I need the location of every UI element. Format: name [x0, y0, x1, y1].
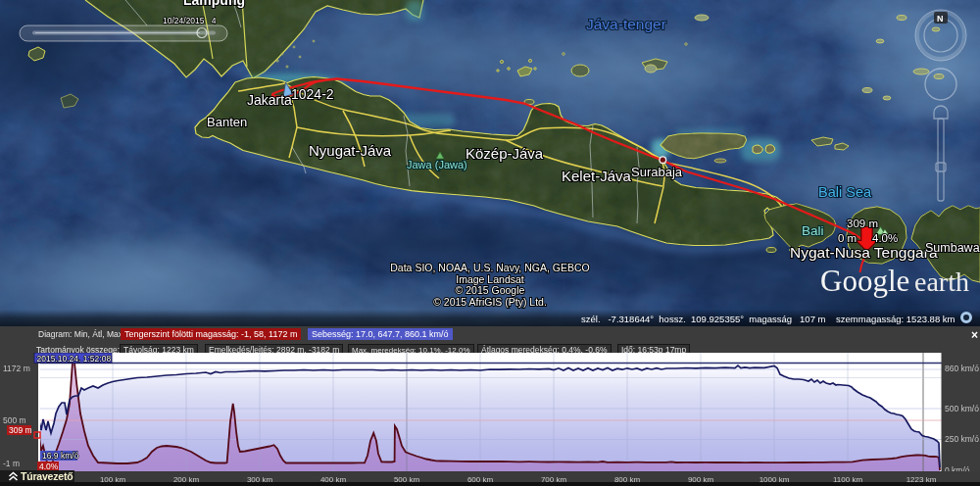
svg-text:Lampung: Lampung	[183, 0, 245, 8]
svg-text:Bali Sea: Bali Sea	[818, 184, 872, 200]
svg-text:16.9 km/ó: 16.9 km/ó	[42, 451, 79, 461]
svg-text:4.0%: 4.0%	[872, 232, 898, 244]
svg-text:Jawa (Jawa): Jawa (Jawa)	[407, 159, 467, 170]
svg-text:Jáva-tenger: Jáva-tenger	[586, 16, 666, 32]
svg-text:1024-2: 1024-2	[291, 86, 334, 102]
svg-text:Surabaja: Surabaja	[631, 165, 683, 179]
svg-text:Nygat-Nusa Tenggara: Nygat-Nusa Tenggara	[790, 244, 938, 261]
svg-text:earth: earth	[914, 267, 969, 297]
svg-text:0 m: 0 m	[838, 232, 857, 244]
svg-text:2015.10.24. 1:52:08: 2015.10.24. 1:52:08	[37, 354, 112, 364]
svg-text:-1 m: -1 m	[3, 459, 20, 468]
svg-text:Banten: Banten	[207, 115, 247, 129]
svg-text:© 2015 Google: © 2015 Google	[456, 284, 525, 296]
svg-text:szél. -7.318644° hossz. 10: szél. -7.318644° hossz. 109.925355° maga…	[581, 314, 956, 324]
svg-text:N: N	[937, 14, 944, 24]
svg-text:860 km/ó: 860 km/ó	[945, 364, 979, 373]
svg-text:309 m: 309 m	[847, 218, 878, 229]
svg-text:Közép-Jáva: Közép-Jáva	[466, 145, 544, 162]
svg-text:500 m: 500 m	[3, 415, 26, 425]
svg-text:Google: Google	[820, 264, 909, 298]
svg-text:© 2015 AfriGIS (Pty) Ltd.: © 2015 AfriGIS (Pty) Ltd.	[433, 296, 547, 308]
svg-text:Sumbawa: Sumbawa	[925, 241, 980, 255]
svg-text:Nyugat-Jáva: Nyugat-Jáva	[309, 142, 392, 159]
svg-text:Jakarta: Jakarta	[247, 92, 292, 108]
svg-text:Kelet-Jáva: Kelet-Jáva	[562, 168, 632, 184]
svg-text:1172 m: 1172 m	[3, 364, 30, 373]
svg-text:Data SIO, NOAA, U.S. Navy, NGA: Data SIO, NOAA, U.S. Navy, NGA, GEBCO	[390, 262, 589, 273]
svg-text:Bali: Bali	[802, 223, 824, 238]
svg-text:309 m: 309 m	[9, 425, 32, 435]
svg-text:500 km/ó: 500 km/ó	[945, 404, 979, 413]
svg-text:10/24/2015 4: 10/24/2015 4	[163, 16, 217, 25]
svg-text:250 km/ó: 250 km/ó	[945, 434, 979, 444]
